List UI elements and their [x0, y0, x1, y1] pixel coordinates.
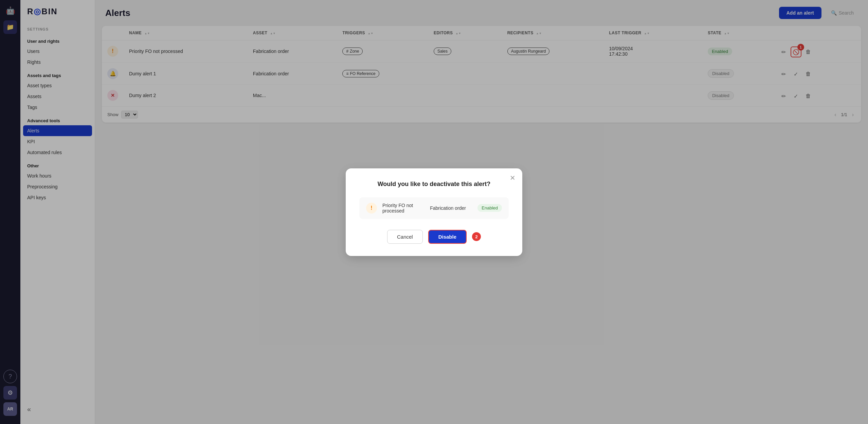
modal-alert-row: ! Priority FO not processed Fabrication …	[359, 197, 509, 219]
modal-alert-state: Enabled	[477, 204, 502, 212]
modal-disable-button[interactable]: Disable	[428, 230, 467, 244]
deactivate-modal: ✕ Would you like to deactivate this aler…	[346, 168, 522, 256]
modal-alert-icon: !	[366, 203, 377, 214]
modal-cancel-button[interactable]: Cancel	[387, 230, 423, 244]
modal-title: Would you like to deactivate this alert?	[359, 181, 509, 188]
modal-actions: Cancel Disable 2	[359, 230, 509, 244]
modal-close-button[interactable]: ✕	[510, 174, 516, 182]
modal-alert-name: Priority FO not processed	[382, 203, 424, 214]
modal-overlay: ✕ Would you like to deactivate this aler…	[0, 0, 868, 424]
modal-alert-asset: Fabrication order	[430, 205, 472, 211]
step2-badge: 2	[472, 232, 481, 241]
